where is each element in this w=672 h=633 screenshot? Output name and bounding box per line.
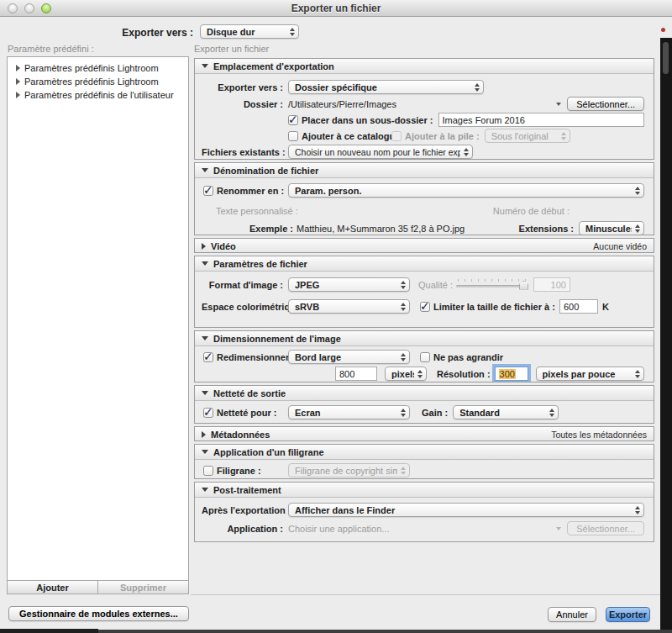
resolution-label: Résolution : xyxy=(437,369,491,379)
folder-label: Dossier : xyxy=(202,99,283,109)
select-application-button[interactable]: Sélectionner... xyxy=(567,521,644,535)
sharpen-target-dropdown[interactable]: Ecran xyxy=(288,405,410,419)
section-header-post-processing[interactable]: Post-traitement xyxy=(195,483,654,498)
stepper-icon xyxy=(561,132,566,140)
disclosure-down-icon xyxy=(202,261,208,266)
disclosure-triangle-icon[interactable] xyxy=(16,78,20,85)
filesize-limit-input[interactable] xyxy=(559,299,598,314)
disclosure-right-icon xyxy=(202,243,206,250)
section-output-sharpening: Netteté de sortie Netteté pour : Ecran G… xyxy=(194,385,654,424)
sharpen-label: Netteté pour : xyxy=(217,408,288,418)
put-in-subfolder-checkbox[interactable] xyxy=(288,115,298,125)
size-value-input[interactable] xyxy=(335,367,377,381)
section-header-file-naming[interactable]: Dénomination de fichier xyxy=(195,163,654,178)
section-title: Vidéo xyxy=(211,241,236,251)
select-folder-button[interactable]: Sélectionner... xyxy=(567,97,644,111)
section-title: Dénomination de fichier xyxy=(213,166,318,176)
export-to-label: Exporter vers : xyxy=(67,27,193,39)
cancel-button[interactable]: Annuler xyxy=(548,607,596,622)
stepper-icon xyxy=(401,467,406,475)
slider-thumb-icon[interactable] xyxy=(519,281,528,290)
add-to-catalog-checkbox[interactable] xyxy=(288,131,298,141)
export-destination-dropdown[interactable]: Dossier spécifique xyxy=(288,80,484,94)
section-file-naming: Dénomination de fichier Renommer en : Pa… xyxy=(194,162,654,235)
after-export-dropdown[interactable]: Afficher dans le Finder xyxy=(288,503,644,517)
extensions-label: Extensions : xyxy=(519,224,574,234)
section-header-file-settings[interactable]: Paramètres de fichier xyxy=(195,256,654,272)
section-header-output-sharpening[interactable]: Netteté de sortie xyxy=(195,386,654,401)
window-title: Exporter un fichier xyxy=(0,3,672,14)
limit-filesize-checkbox[interactable] xyxy=(420,302,430,312)
application-label: Application : xyxy=(202,524,283,534)
export-to-dropdown[interactable]: Disque dur xyxy=(200,24,299,39)
section-header-video[interactable]: Vidéo Aucune vidéo xyxy=(195,239,654,253)
export-settings-panel: Emplacement d'exportation Exporter vers … xyxy=(194,58,654,545)
add-to-stack-checkbox[interactable] xyxy=(391,131,402,141)
resolution-input[interactable]: 300 xyxy=(495,367,528,381)
disclosure-right-icon xyxy=(202,431,206,438)
section-header-image-sizing[interactable]: Dimensionnement de l'image xyxy=(195,331,654,346)
disclosure-down-icon xyxy=(202,488,208,492)
section-status: Toutes les métadonnées xyxy=(551,430,647,440)
gain-label: Gain : xyxy=(422,408,448,418)
rename-label: Renommer en : xyxy=(217,186,288,196)
colorspace-dropdown[interactable]: sRVB xyxy=(288,299,410,314)
add-to-catalog-label: Ajouter à ce catalogue xyxy=(302,131,387,141)
folder-menu-arrow-icon[interactable] xyxy=(556,103,561,106)
stack-position-dropdown[interactable]: Sous l'original xyxy=(485,129,570,143)
disclosure-down-icon xyxy=(202,391,208,395)
content-bottom-divider xyxy=(191,594,660,595)
disclosure-triangle-icon[interactable] xyxy=(16,65,20,71)
background-scrollbar-thumb xyxy=(663,42,669,74)
application-menu-arrow-icon[interactable] xyxy=(556,527,561,530)
sidebar-item-presets-lightroom-2[interactable]: Paramètres prédéfinis Lightroom xyxy=(8,75,188,88)
extensions-dropdown[interactable]: Minuscules xyxy=(579,221,644,235)
after-export-label: Après l'exportation : xyxy=(202,505,283,515)
watermark-label: Filigrane : xyxy=(217,466,288,476)
no-enlarge-checkbox[interactable] xyxy=(420,352,430,362)
start-number-label: Numéro de début : xyxy=(493,206,570,216)
rename-template-value: Param. person. xyxy=(295,186,632,196)
sharpen-checkbox[interactable] xyxy=(203,408,213,418)
stepper-icon xyxy=(464,148,469,156)
resolution-unit-dropdown[interactable]: pixels par pouce xyxy=(536,367,644,381)
resize-checkbox[interactable] xyxy=(203,352,213,362)
rename-template-dropdown[interactable]: Param. person. xyxy=(288,183,644,198)
preset-list: Paramètres prédéfinis Lightroom Paramètr… xyxy=(7,56,189,581)
resize-mode-dropdown[interactable]: Bord large xyxy=(288,350,410,364)
section-header-watermark[interactable]: Application d'un filigrane xyxy=(195,445,654,460)
background-app-panel xyxy=(660,38,672,630)
sidebar-item-presets-lightroom-1[interactable]: Paramètres prédéfinis Lightroom xyxy=(8,61,188,75)
disclosure-triangle-icon[interactable] xyxy=(16,92,20,98)
plugin-manager-button[interactable]: Gestionnaire de modules externes... xyxy=(8,606,189,621)
quality-slider[interactable] xyxy=(456,279,528,291)
section-header-metadata[interactable]: Métadonnées Toutes les métadonnées xyxy=(195,427,654,441)
stepper-icon xyxy=(549,409,554,417)
folder-path: /Utilisateurs/Pierre/Images xyxy=(288,99,396,109)
sidebar-item-label: Paramètres prédéfinis de l'utilisateur xyxy=(24,90,174,100)
remove-preset-button[interactable]: Supprimer xyxy=(98,581,189,594)
subfolder-name-input[interactable] xyxy=(438,113,645,127)
stepper-icon xyxy=(635,370,640,378)
existing-files-value: Choisir un nouveau nom pour le fichier e… xyxy=(295,147,460,157)
watermark-style-dropdown[interactable]: Filigrane de copyright simple xyxy=(288,463,410,477)
section-video: Vidéo Aucune vidéo xyxy=(194,238,654,253)
background-red-dot xyxy=(661,28,665,32)
export-button[interactable]: Exporter xyxy=(606,607,650,622)
rename-checkbox[interactable] xyxy=(203,186,213,196)
size-unit-dropdown[interactable]: pixels xyxy=(385,367,427,381)
existing-files-dropdown[interactable]: Choisir un nouveau nom pour le fichier e… xyxy=(288,145,473,159)
disclosure-down-icon xyxy=(202,168,208,172)
gain-value: Standard xyxy=(459,408,546,418)
add-preset-button[interactable]: Ajouter xyxy=(7,581,98,594)
image-format-dropdown[interactable]: JPEG xyxy=(288,277,410,292)
resize-mode-value: Bord large xyxy=(295,352,397,362)
gain-dropdown[interactable]: Standard xyxy=(453,405,559,419)
section-header-export-location[interactable]: Emplacement d'exportation xyxy=(195,59,654,74)
quality-value-input[interactable] xyxy=(533,277,570,292)
sidebar-item-presets-user[interactable]: Paramètres prédéfinis de l'utilisateur xyxy=(8,88,188,102)
watermark-style-value: Filigrane de copyright simple xyxy=(295,466,397,476)
resize-label: Redimensionner : xyxy=(217,352,288,362)
watermark-checkbox[interactable] xyxy=(203,466,213,476)
slider-track xyxy=(456,285,528,287)
